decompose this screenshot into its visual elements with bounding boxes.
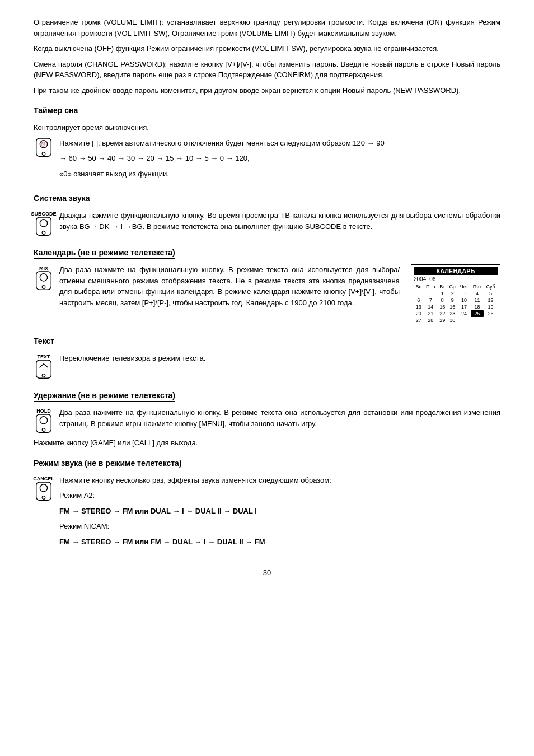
hold-body-text: Два раза нажмите на функциональную кнопк… [59, 407, 500, 429]
calendar-week-row: 13141516171819 [414, 304, 498, 310]
calendar-year-row: 2004 06 [414, 276, 498, 282]
calendar-day-cell [471, 317, 484, 324]
svg-point-5 [40, 220, 47, 227]
calendar-day-cell: 16 [447, 304, 458, 310]
calendar-label: MIX [34, 265, 54, 271]
section-text-mode: Текст TEXT Переключение телевизора в реж… [34, 337, 500, 381]
cal-hdr-5: Пят [471, 283, 484, 290]
sleep-icon-row: ⏰ Нажмите [ ], время автоматического отк… [34, 138, 500, 184]
sound-mode-body1: Нажмите кнопку несколько раз, эффекты зв… [59, 475, 331, 486]
svg-point-16 [40, 484, 47, 491]
sound-label: SUBCODE [31, 211, 57, 217]
section-title-calendar: Календарь (не в режиме телетекста) [34, 248, 175, 259]
calendar-day-cell: 12 [484, 297, 498, 304]
calendar-body: Два раза нажмите на функциональную кнопк… [59, 264, 400, 308]
section-title-sound-mode: Режим звука (не в режиме телетекста) [34, 459, 182, 469]
calendar-day-cell: 6 [414, 297, 424, 304]
sleep-arrows-text: Нажмите [ ], время автоматического отклю… [59, 138, 385, 184]
calendar-day-cell: 23 [447, 310, 458, 317]
hold-body2: Нажмите кнопку [GAME] или [CALL] для вых… [34, 437, 500, 449]
calendar-day-cell [414, 290, 424, 297]
hold-body: HOLD Два раза нажмите на функциональную … [34, 407, 500, 449]
intro-para-3: Смена пароля (CHANGE PASSWORD): нажмите … [34, 59, 500, 81]
calendar-day-cell: 20 [414, 310, 424, 317]
section-title-text: Текст [34, 337, 54, 347]
cal-hdr-6: Суб [484, 283, 498, 290]
sound-mode-nicam-seq: FM → STEREO → FM или FM → DUAL → I → DUA… [59, 536, 331, 548]
calendar-remote-icon [35, 271, 53, 292]
calendar-day-cell: 17 [458, 304, 471, 310]
calendar-day-cell: 25 [471, 310, 484, 317]
text-remote-icon [35, 360, 53, 381]
sleep-icon-box: ⏰ [34, 138, 54, 159]
svg-point-17 [42, 496, 45, 499]
sound-mode-icon-row: CANCEL Нажмите кнопку несколько раз, эфф… [34, 475, 500, 552]
calendar-day-cell: 26 [484, 310, 498, 317]
calendar-week-row: 6789101112 [414, 297, 498, 304]
calendar-day-cell: 24 [458, 310, 471, 317]
svg-point-11 [42, 374, 45, 377]
calendar-day-cell: 15 [438, 304, 447, 310]
calendar-widget: КАЛЕНДАРЬ 2004 06 Вс Пон Вт Ср Чет Пят [411, 264, 500, 326]
intro-para-4: При таком же двойном вводе пароль измени… [34, 85, 500, 96]
svg-point-8 [40, 274, 47, 281]
calendar-day-cell [424, 290, 438, 297]
calendar-day-cell: 11 [471, 297, 484, 304]
calendar-wrapper: MIX Два раза нажмите на функциональную к… [34, 264, 500, 326]
calendar-month: 06 [429, 276, 435, 282]
section-sound-system: Система звука SUBCODE Дважды нажмите фун… [34, 194, 500, 238]
calendar-day-cell: 4 [471, 290, 484, 297]
sound-mode-a2-seq: FM → STEREO → FM или DUAL → I → DUAL II … [59, 506, 331, 517]
calendar-day-cell: 19 [484, 304, 498, 310]
cal-hdr-2: Вт [438, 283, 447, 290]
calendar-day-cell: 27 [414, 317, 424, 324]
calendar-day-cell: 9 [447, 297, 458, 304]
sound-body: Дважды нажмите функциональную кнопку. Во… [59, 210, 500, 232]
svg-point-14 [42, 428, 45, 432]
calendar-day-cell [484, 317, 498, 324]
calendar-day-cell: 28 [424, 317, 438, 324]
hold-label: HOLD [34, 408, 54, 414]
svg-text:⏰: ⏰ [41, 142, 46, 147]
calendar-day-cell: 7 [424, 297, 438, 304]
sound-mode-icon-box: CANCEL [34, 475, 54, 503]
calendar-icon-box: MIX [34, 264, 54, 292]
section-title-hold: Удержание (не в режиме телетекста) [34, 391, 175, 402]
sleep-body2: Нажмите [ ], время автоматического отклю… [59, 138, 385, 149]
sound-remote-icon [35, 217, 53, 238]
intro-para-2: Когда выключена (OFF) функция Режим огра… [34, 43, 500, 54]
calendar-day-cell [458, 317, 471, 324]
calendar-week-row: 12345 [414, 290, 498, 297]
calendar-day-cell: 1 [438, 290, 447, 297]
calendar-day-cell: 10 [458, 297, 471, 304]
calendar-header-row: Вс Пон Вт Ср Чет Пят Суб [414, 283, 498, 290]
calendar-day-cell: 3 [458, 290, 471, 297]
svg-point-9 [42, 286, 45, 289]
sound-mode-a2-label: Режим A2: [59, 490, 331, 501]
calendar-day-cell: 13 [414, 304, 424, 310]
calendar-day-cell: 29 [438, 317, 447, 324]
calendar-day-cell: 14 [424, 304, 438, 310]
calendar-widget-title: КАЛЕНДАРЬ [414, 267, 498, 275]
section-calendar: Календарь (не в режиме телетекста) MIX Д… [34, 248, 500, 326]
hold-icon-row: HOLD Два раза нажмите на функциональную … [34, 407, 500, 435]
svg-point-6 [42, 231, 45, 235]
page-number: 30 [34, 568, 500, 577]
cancel-label: CANCEL [33, 476, 54, 482]
section-title-sound: Система звука [34, 194, 90, 204]
section-hold: Удержание (не в режиме телетекста) HOLD … [34, 391, 500, 449]
calendar-year: 2004 [414, 276, 426, 282]
calendar-week-row: 27282930 [414, 317, 498, 324]
hold-icon-box: HOLD [34, 407, 54, 435]
sound-mode-body: CANCEL Нажмите кнопку несколько раз, эфф… [34, 475, 500, 552]
sleep-remote-icon: ⏰ [35, 138, 53, 159]
sleep-body3: «0» означает выход из функции. [59, 169, 385, 180]
text-body: Переключение телевизора в режим текста. [59, 353, 205, 364]
svg-point-13 [40, 417, 47, 424]
intro-para-1: Ограничение громк (VOLUME LIMIT): устана… [34, 17, 500, 39]
sound-icon-row: SUBCODE Дважды нажмите функциональную кн… [34, 210, 500, 238]
calendar-day-cell: 22 [438, 310, 447, 317]
cal-hdr-1: Пон [424, 283, 438, 290]
text-icon-box: TEXT [34, 353, 54, 381]
section-title-sleep: Таймер сна [34, 106, 78, 116]
